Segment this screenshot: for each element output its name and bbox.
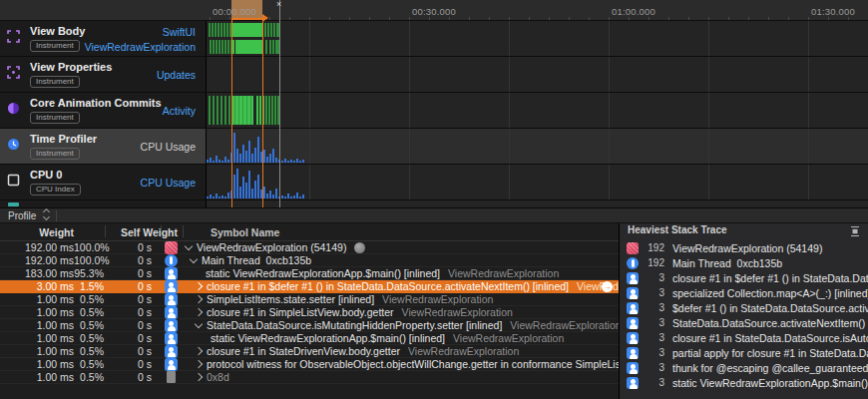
cpu-usage-bar	[290, 160, 292, 163]
instrument-row-partial[interactable]	[0, 200, 868, 207]
self-weight-value: 0 s	[104, 319, 161, 331]
instrument-detail-link[interactable]: Activity	[163, 105, 196, 117]
call-tree-row[interactable]: 1.00 ms0.5%0 sclosure #1 in SimpleListVi…	[0, 306, 619, 319]
selection-edge-handle[interactable]	[231, 20, 232, 207]
chevron-down-icon[interactable]	[195, 320, 203, 328]
instrument-row-view-properties[interactable]: View PropertiesInstrumentUpdates	[0, 57, 868, 93]
ruler-tick	[569, 17, 570, 20]
stack-frame-row[interactable]: 192ViewRedrawExploration (54149)	[620, 240, 868, 255]
instrument-header[interactable]: View BodyInstrumentSwiftUIViewRedrawExpl…	[0, 21, 207, 56]
symbol-cell: closure #1 in SimpleListView.body.getter…	[183, 306, 619, 318]
instrument-header[interactable]: Core Animation CommitsInstrumentActivity	[0, 93, 207, 128]
stack-frame-row[interactable]: 3closure #1 in StateData.DataSource.isAu…	[620, 330, 868, 345]
cpu-usage-bar	[296, 159, 298, 163]
chevron-right-icon[interactable]	[195, 308, 203, 316]
stack-frame-row[interactable]: 192Main Thread 0xcb135b	[620, 255, 868, 270]
chevron-right-icon[interactable]	[195, 347, 203, 355]
column-header-self-weight[interactable]: Self Weight	[104, 226, 182, 238]
clock-icon	[7, 137, 20, 150]
weight-percent: 0.5%	[74, 371, 104, 383]
instrument-detail-link[interactable]: Updates	[157, 69, 196, 81]
stack-frame-row[interactable]: 3closure #1 in $defer #1 () in StateData…	[620, 270, 868, 285]
track-gridline	[609, 93, 610, 128]
instrument-row-cpu-0[interactable]: CPU 0CPU IndexCPU Usage	[0, 165, 868, 200]
user-frame-icon	[165, 267, 178, 280]
instrument-track[interactable]	[207, 21, 868, 56]
call-tree-row[interactable]: 1.00 ms0.5%0 sstatic ViewRedrawExplorati…	[0, 332, 619, 345]
instrument-detail-link[interactable]: ViewRedrawExploration	[85, 41, 196, 53]
activity-bar	[213, 40, 215, 54]
flatten-stack-icon[interactable]	[849, 223, 861, 235]
column-divider[interactable]	[183, 225, 184, 237]
call-tree-row[interactable]: 1.00 ms0.5%0 s0x8d	[0, 371, 619, 384]
cpu-usage-bar	[275, 189, 277, 199]
symbol-name: Main Thread 0xcb135b	[202, 254, 311, 266]
row-icon-cell	[161, 241, 183, 254]
symbol-name: closure #1 in $defer #1 () in StateData.…	[207, 280, 569, 292]
user-frame-icon	[165, 306, 178, 319]
call-tree-row[interactable]: 1.00 ms0.5%0 sprotocol witness for Obser…	[0, 358, 619, 371]
activity-bar	[221, 40, 223, 54]
instrument-detail-link[interactable]: SwiftUI	[163, 26, 196, 38]
instrument-track[interactable]	[207, 165, 868, 200]
call-tree-row[interactable]: 192.00 ms100.0%0 sMain Thread 0xcb135b	[0, 254, 619, 267]
call-tree-row[interactable]: 1.00 ms0.5%0 sSimpleListItems.state.sett…	[0, 293, 619, 306]
call-tree-row[interactable]: 3.00 ms1.5%0 sclosure #1 in $defer #1 ()…	[0, 280, 619, 293]
instrument-row-core-animation-commits[interactable]: Core Animation CommitsInstrumentActivity	[0, 93, 868, 129]
user-frame-icon	[165, 293, 178, 306]
ruler-time-label: 01:30.000	[811, 6, 855, 17]
thread-icon	[627, 257, 639, 269]
focus-arrow-icon[interactable]: →	[602, 281, 613, 292]
chevron-right-icon[interactable]	[195, 373, 203, 381]
stack-frame-row[interactable]: 3partial apply for closure #1 in StateDa…	[620, 345, 868, 360]
instrument-detail-link[interactable]: CPU Usage	[141, 141, 196, 153]
chevron-down-icon[interactable]	[190, 255, 198, 263]
stack-frame-row[interactable]: 3static ViewRedrawExplorationApp.$main()…	[620, 375, 868, 390]
instrument-row-view-body[interactable]: View BodyInstrumentSwiftUIViewRedrawExpl…	[0, 21, 868, 57]
profile-popup[interactable]: Profile	[8, 210, 36, 221]
ruler-time-label: 00:00.000	[213, 6, 256, 17]
call-tree-row[interactable]: 1.00 ms0.5%0 sStateData.DataSource.isMut…	[0, 319, 619, 332]
instrument-track[interactable]	[207, 200, 868, 207]
chevron-right-icon[interactable]	[195, 282, 203, 290]
instrument-detail-link[interactable]: CPU Usage	[141, 177, 196, 189]
popup-chevrons-icon	[44, 208, 49, 213]
row-icon-cell	[161, 293, 183, 306]
chevron-down-icon[interactable]	[185, 242, 193, 250]
column-header-weight[interactable]: Weight	[0, 226, 74, 238]
column-divider[interactable]	[105, 225, 106, 237]
pin-icon[interactable]	[354, 242, 365, 253]
instrument-header[interactable]: View PropertiesInstrumentUpdates	[0, 57, 207, 92]
stack-frame-row[interactable]: 3specialized Collection.map<A>(_:) [inli…	[620, 285, 868, 300]
playhead-line[interactable]	[279, 0, 280, 207]
instrument-header[interactable]: CPU 0CPU IndexCPU Usage	[0, 165, 207, 200]
instrument-row-time-profiler[interactable]: Time ProfilerInstrumentCPU Usage	[0, 129, 868, 165]
chevron-right-icon[interactable]	[195, 360, 203, 368]
call-tree-row[interactable]: 192.00 ms100.0%0 sViewRedrawExploration …	[0, 241, 619, 254]
thread-icon	[165, 254, 178, 267]
symbol-cell: protocol witness for ObservableObject.ob…	[183, 358, 619, 370]
column-header-symbol-name[interactable]: Symbol Name	[211, 226, 279, 238]
instrument-name: Core Animation Commits	[30, 97, 162, 109]
weight-value: 1.00 ms	[0, 358, 74, 370]
playhead-close-icon[interactable]: ×	[276, 0, 281, 9]
cpu-usage-bar	[251, 189, 253, 199]
stack-frame-row[interactable]: 3StateData.DataSource.activateNextItem()	[620, 315, 868, 330]
instrument-track[interactable]	[207, 93, 868, 128]
column-divider[interactable]	[161, 225, 162, 237]
call-tree-row[interactable]: 183.00 ms95.3%0 sstatic ViewRedrawExplor…	[0, 267, 619, 280]
timeline-ruler[interactable]: 00:00.00000:30.00001:00.00001:30.000	[0, 0, 868, 21]
instrument-header[interactable]: Time ProfilerInstrumentCPU Usage	[0, 129, 207, 164]
selection-edge-handle[interactable]	[262, 20, 263, 207]
user-frame-icon	[627, 287, 639, 299]
activity-bar	[210, 40, 212, 54]
sample-count: 3	[643, 302, 664, 313]
instrument-track[interactable]	[207, 129, 868, 164]
weight-percent: 100.0%	[74, 241, 104, 253]
call-tree-row[interactable]: 1.00 ms0.5%0 sclosure #1 in StateDrivenV…	[0, 345, 619, 358]
instrument-track[interactable]	[207, 57, 868, 92]
chevron-right-icon[interactable]	[195, 295, 203, 303]
stack-frame-row[interactable]: 3thunk for @escaping @callee_guaranteed …	[620, 360, 868, 375]
activity-bar	[213, 96, 215, 125]
stack-frame-row[interactable]: 3$defer #1 () in StateData.DataSource.ac…	[620, 300, 868, 315]
